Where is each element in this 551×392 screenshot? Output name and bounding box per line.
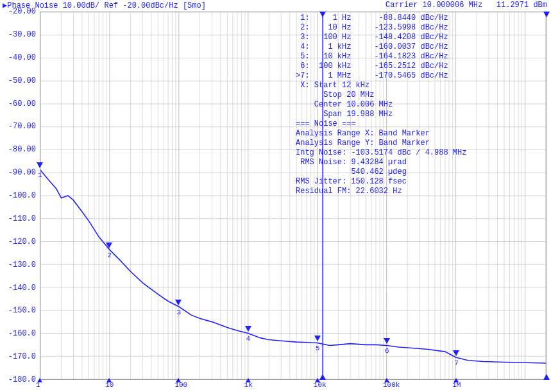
x-tick-icon [384, 378, 389, 382]
marker-readout-panel: 1: 1 Hz -88.8440 dBc/Hz 2: 10 Hz -123.59… [296, 13, 466, 196]
x-tick-icon [176, 378, 181, 382]
y-tick-label: -70.00 [0, 122, 36, 131]
y-tick-label: -140.0 [0, 284, 36, 293]
x-tick-icon [454, 378, 459, 382]
y-tick-label: -170.0 [0, 352, 36, 361]
marker-icon[interactable] [453, 350, 459, 356]
marker-icon[interactable] [37, 162, 43, 168]
carrier-power: 11.2971 dBm [496, 1, 547, 10]
y-tick-label: -110.0 [0, 214, 36, 223]
y-tick-label: -180.0 [0, 375, 36, 384]
marker-number: 1 [38, 171, 42, 179]
marker-number: 6 [385, 347, 389, 355]
band-marker-handle-bottom[interactable] [319, 374, 326, 380]
y-tick-label: -40.00 [0, 53, 36, 62]
y-tick-label: -80.00 [0, 145, 36, 154]
marker-number: 7 [454, 359, 459, 367]
marker-number: 2 [107, 251, 112, 259]
y-tick-label: -60.00 [0, 99, 36, 108]
marker-icon[interactable] [245, 326, 251, 332]
title-text: Phase Noise 10.00dB/ Ref -20.00dBc/Hz [S… [7, 1, 206, 10]
band-marker-stop-bottom[interactable] [543, 374, 550, 380]
y-tick-label: -100.0 [0, 191, 36, 200]
marker-number: 3 [176, 309, 181, 316]
x-tick-icon [246, 378, 251, 382]
band-marker-stop-top[interactable] [543, 12, 550, 17]
marker-icon[interactable] [384, 338, 390, 344]
carrier-label: Carrier 10.000006 MHz [386, 1, 482, 10]
y-tick-label: -150.0 [0, 306, 36, 315]
y-tick-label: -50.00 [0, 76, 36, 85]
y-tick-label: -90.00 [0, 168, 36, 177]
y-tick-label: -120.0 [0, 237, 36, 246]
plot-svg [40, 12, 546, 379]
marker-number: 4 [246, 335, 251, 343]
x-tick-icon [37, 378, 42, 382]
y-tick-label: -30.00 [0, 30, 36, 39]
band-marker-handle-top[interactable] [319, 12, 326, 17]
y-tick-label: -130.0 [0, 260, 36, 269]
title-right: Carrier 10.000006 MHz 11.2971 dBm [386, 1, 547, 10]
plot-area[interactable]: 1: 1 Hz -88.8440 dBc/Hz 2: 10 Hz -123.59… [40, 12, 547, 380]
marker-icon[interactable] [175, 300, 182, 305]
marker-icon[interactable] [106, 243, 112, 248]
x-tick-icon [106, 378, 112, 382]
chart-header: ▶Phase Noise 10.00dB/ Ref -20.00dBc/Hz [… [0, 0, 551, 10]
marker-number: 5 [316, 345, 320, 352]
y-tick-label: -160.0 [0, 329, 36, 338]
x-tick-icon [315, 378, 320, 382]
y-tick-label: -20.00 [0, 7, 36, 16]
marker-icon[interactable] [314, 336, 321, 341]
